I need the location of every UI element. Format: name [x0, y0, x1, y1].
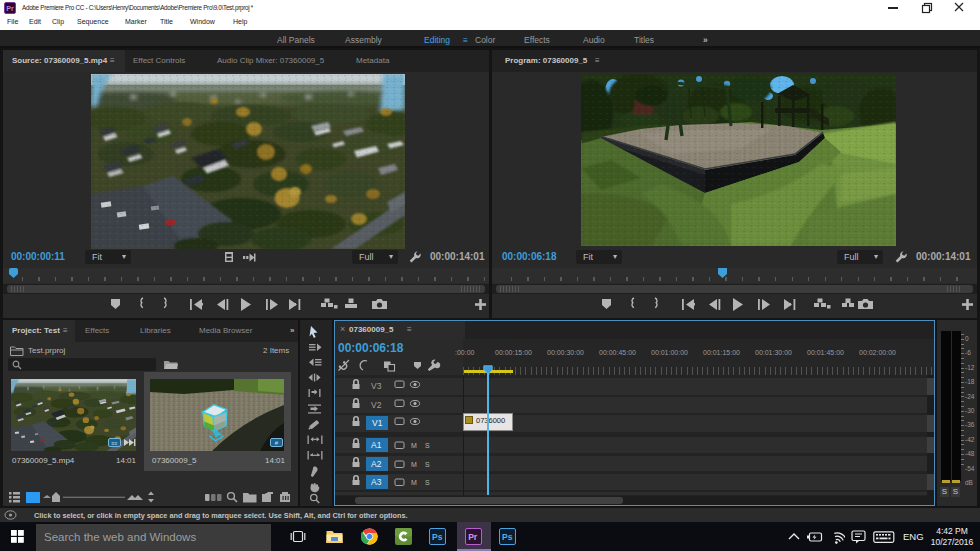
svg-text:M: M — [411, 442, 417, 449]
svg-text:V1: V1 — [372, 418, 383, 428]
svg-text:A1: A1 — [371, 440, 382, 450]
svg-text:V3: V3 — [371, 381, 382, 391]
svg-text:M: M — [411, 461, 417, 468]
svg-text:Ps: Ps — [502, 532, 513, 542]
svg-text:A3: A3 — [371, 477, 382, 487]
svg-text:S: S — [425, 442, 430, 449]
svg-text:M: M — [411, 479, 417, 486]
svg-text:Pr: Pr — [468, 532, 478, 542]
svg-text:V2: V2 — [371, 400, 382, 410]
svg-text:Ps: Ps — [432, 532, 443, 542]
svg-text:S: S — [425, 461, 430, 468]
svg-text:A2: A2 — [371, 459, 382, 469]
svg-text:S: S — [425, 479, 430, 486]
